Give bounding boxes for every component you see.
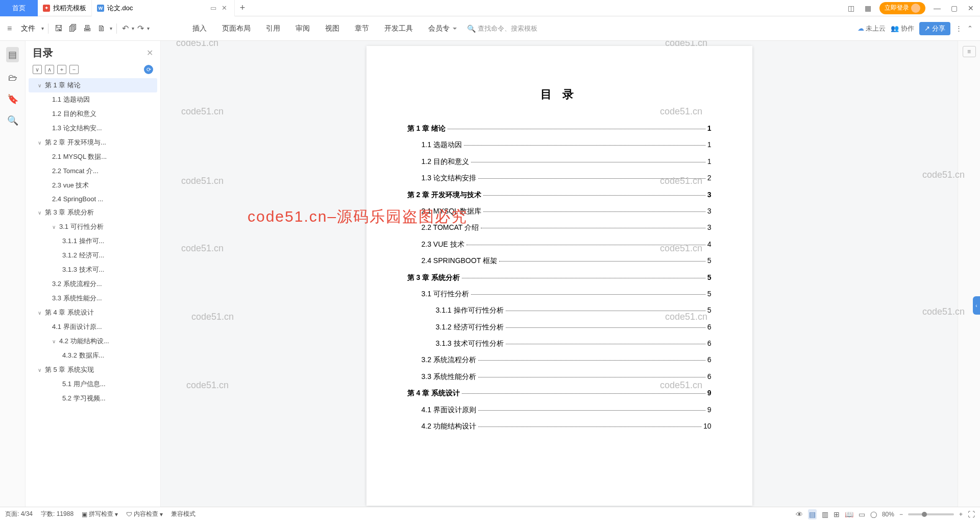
zoom-out-icon[interactable]: ◯	[870, 511, 877, 518]
zoom-level[interactable]: 80%	[882, 511, 894, 518]
outline-item[interactable]: 5.2 学习视频...	[29, 391, 157, 406]
zoom-minus[interactable]: −	[899, 511, 903, 518]
login-button[interactable]: 立即登录	[879, 2, 925, 14]
chevron-down-icon[interactable]: ∨	[38, 310, 45, 316]
toc-dots	[506, 311, 705, 311]
close-window-icon[interactable]: ✕	[966, 4, 976, 12]
outline-view-icon[interactable]: ▥	[822, 510, 828, 518]
outline-toggle-icon[interactable]: ▤	[6, 47, 19, 62]
outline-item[interactable]: 2.3 vue 技术	[29, 178, 157, 193]
file-menu[interactable]: 文件	[17, 24, 39, 33]
outline-item[interactable]: 2.4 SpringBoot ...	[29, 193, 157, 205]
content-check[interactable]: 🛡 内容检查 ▾	[126, 510, 163, 518]
outline-item[interactable]: 2.1 MYSQL 数据...	[29, 150, 157, 164]
side-indicator[interactable]: ‹	[973, 296, 980, 315]
outline-item[interactable]: 3.1.3 技术可...	[29, 263, 157, 277]
cloud-status[interactable]: ☁ 未上云	[857, 24, 886, 33]
outline-item[interactable]: 4.3.2 数据库...	[29, 348, 157, 363]
outline-item[interactable]: 4.1 界面设计原...	[29, 320, 157, 334]
new-tab-button[interactable]: +	[235, 3, 250, 13]
tab-document[interactable]: W 论文.doc ▭ ✕	[92, 0, 235, 16]
print-icon[interactable]: 🖶	[81, 24, 93, 33]
chevron-down-icon[interactable]: ∨	[52, 224, 59, 230]
tab-devtools[interactable]: 开发工具	[377, 16, 420, 41]
undo-icon[interactable]: ↶	[121, 23, 130, 33]
outline-item[interactable]: ∨第 2 章 开发环境与...	[29, 135, 157, 150]
outline-item[interactable]: 3.1.2 经济可...	[29, 248, 157, 263]
chevron-down-icon[interactable]: ∨	[38, 210, 45, 216]
sync-icon[interactable]: ⟳	[144, 65, 153, 74]
chevron-down-icon[interactable]: ∨	[52, 339, 59, 344]
menu-icon[interactable]: ≡	[4, 24, 15, 33]
outline-item[interactable]: 2.2 Tomcat 介...	[29, 164, 157, 178]
chevron-down-icon[interactable]: ∨	[38, 83, 45, 88]
tab-review[interactable]: 审阅	[288, 16, 317, 41]
collapse-all-icon[interactable]: ∨	[33, 65, 42, 74]
split-view-icon[interactable]: ▭	[210, 4, 216, 12]
minimize-icon[interactable]: —	[932, 4, 943, 12]
eye-icon[interactable]: 👁	[796, 510, 803, 518]
page: 目 录 第 1 章 绪论11.1 选题动因11.2 目的和意义11.3 论文结构…	[366, 46, 752, 506]
outline-item[interactable]: 3.1.1 操作可...	[29, 234, 157, 248]
zoom-slider[interactable]	[908, 513, 954, 515]
tab-member[interactable]: 会员专	[421, 16, 457, 41]
search-bar[interactable]: 🔍 查找命令、搜索模板	[467, 24, 855, 33]
expand-all-icon[interactable]: ∧	[45, 65, 54, 74]
nav-pane-icon[interactable]: ≡	[963, 46, 976, 57]
compat-mode[interactable]: 兼容模式	[171, 510, 195, 518]
outline-item[interactable]: ∨4.2 功能结构设...	[29, 334, 157, 348]
outline-item[interactable]: 3.3 系统性能分...	[29, 291, 157, 305]
chevron-down-icon[interactable]: ∨	[38, 140, 45, 146]
remove-level-icon[interactable]: −	[69, 65, 79, 74]
share-button[interactable]: ↗ 分享	[919, 22, 950, 35]
close-outline-icon[interactable]: ✕	[146, 48, 153, 58]
tab-insert[interactable]: 插入	[185, 16, 214, 41]
folder-icon[interactable]: 🗁	[8, 73, 17, 83]
outline-item-label: 4.1 界面设计原...	[52, 322, 102, 331]
outline-item[interactable]: ∨3.1 可行性分析	[29, 220, 157, 234]
chevron-down-icon[interactable]: ∨	[38, 367, 45, 373]
web-view-icon[interactable]: ⊞	[834, 510, 840, 518]
zoom-plus[interactable]: +	[959, 511, 963, 518]
save-icon[interactable]: 🖫	[53, 24, 65, 33]
outline-item[interactable]: ∨第 5 章 系统实现	[29, 363, 157, 377]
outline-item[interactable]: 1.1 选题动因	[29, 92, 157, 107]
preview-icon[interactable]: 🗎	[95, 24, 108, 33]
toc-line: 2.1 MYSQL 数据库3	[407, 205, 712, 217]
print-dialog-icon[interactable]: 🗐	[67, 24, 79, 33]
collapse-ribbon-icon[interactable]: ⌃	[967, 25, 973, 32]
tab-page-layout[interactable]: 页面布局	[215, 16, 258, 41]
outline-item[interactable]: 5.1 用户信息...	[29, 377, 157, 391]
outline-item[interactable]: 1.2 目的和意义	[29, 107, 157, 121]
page-view-icon[interactable]: ▤	[808, 509, 817, 519]
page-indicator[interactable]: 页面: 4/34	[5, 510, 33, 518]
layout-icon[interactable]: ◫	[846, 4, 856, 12]
document-viewport[interactable]: 目 录 第 1 章 绪论11.1 选题动因11.2 目的和意义11.3 论文结构…	[161, 41, 958, 507]
tab-reference[interactable]: 引用	[259, 16, 287, 41]
tab-home[interactable]: 首页	[0, 0, 38, 16]
more-icon[interactable]: ⋮	[955, 25, 962, 32]
bookmark-icon[interactable]: 🔖	[7, 93, 18, 105]
add-level-icon[interactable]: +	[57, 65, 66, 74]
outline-item[interactable]: ∨第 3 章 系统分析	[29, 205, 157, 220]
outline-item[interactable]: 3.2 系统流程分...	[29, 277, 157, 291]
close-tab-icon[interactable]: ✕	[219, 4, 229, 12]
tab-template[interactable]: ✦ 找稻壳模板	[38, 0, 92, 16]
reading-view-icon[interactable]: 📖	[845, 510, 853, 518]
outline-item[interactable]: ∨第 4 章 系统设计	[29, 305, 157, 320]
tab-start[interactable]: 开始	[156, 16, 184, 41]
redo-icon[interactable]: ↷	[136, 23, 145, 33]
search-panel-icon[interactable]: 🔍	[7, 115, 18, 126]
fullscreen-icon[interactable]: ⛶	[968, 510, 975, 518]
outline-tree[interactable]: ∨第 1 章 绪论1.1 选题动因1.2 目的和意义1.3 论文结构安...∨第…	[26, 78, 160, 507]
view-mode-icon[interactable]: ▭	[859, 510, 865, 518]
outline-item[interactable]: ∨第 1 章 绪论	[29, 78, 157, 92]
tab-chapter[interactable]: 章节	[348, 16, 376, 41]
tab-view[interactable]: 视图	[318, 16, 347, 41]
spell-check[interactable]: ▣ 拼写检查 ▾	[82, 510, 118, 518]
maximize-icon[interactable]: ▢	[949, 4, 960, 12]
collab-button[interactable]: 👥 协作	[891, 24, 914, 33]
word-count[interactable]: 字数: 11988	[41, 510, 74, 518]
apps-icon[interactable]: ▦	[863, 4, 873, 12]
outline-item[interactable]: 1.3 论文结构安...	[29, 121, 157, 135]
